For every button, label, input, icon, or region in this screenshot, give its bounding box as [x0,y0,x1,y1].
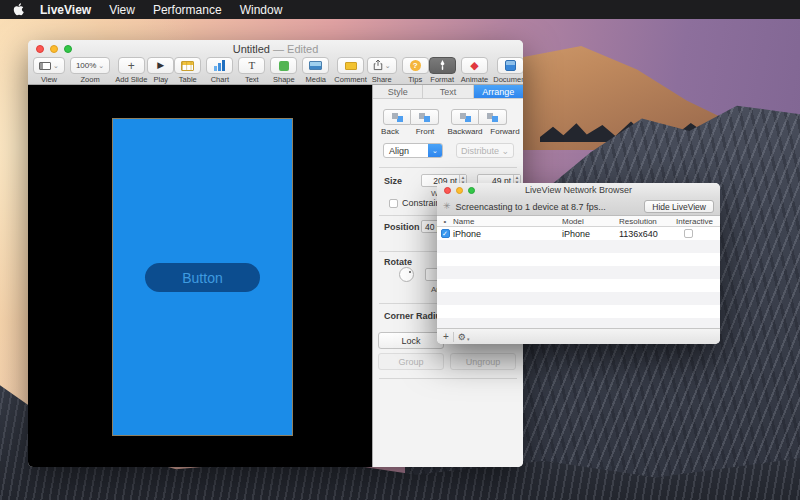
back-icon [392,113,403,122]
close-button[interactable] [444,187,451,194]
divider [379,167,517,168]
column-resolution[interactable]: Resolution [619,217,676,226]
hide-liveview-button[interactable]: Hide LiveView [644,200,714,213]
ordering-labels: Back Front Backward Forward [373,127,523,136]
divider [379,378,517,379]
play-button[interactable]: ▶ Play [147,57,174,84]
edited-badge: — Edited [273,43,318,55]
chevron-down-icon: ▾ [467,336,470,342]
table-label: Table [179,75,197,84]
device-resolution: 1136x640 [619,229,676,239]
ordering-buttons [383,109,507,125]
table-button[interactable]: Table [174,57,201,84]
menu-item-view[interactable]: View [109,3,135,17]
distribute-dropdown[interactable]: Distribute ⌄ [456,143,514,158]
column-model[interactable]: Model [562,217,619,226]
toolbar-group-play: ▶ Play [147,57,174,84]
menu-item-performance[interactable]: Performance [153,3,222,17]
column-name[interactable]: Name [453,217,562,226]
format-label: Format [430,75,454,84]
divider [453,332,454,342]
rotate-knob[interactable] [399,267,414,282]
shape-label: Shape [273,75,295,84]
backward-label: Backward [443,127,487,136]
ungroup-button[interactable]: Ungroup [450,353,516,370]
view-button[interactable]: ⌄ View [33,57,65,84]
backward-button[interactable] [451,109,479,125]
align-dropdown[interactable]: Align ⌄ [383,143,443,158]
position-section-label: Position [384,222,420,232]
tab-text[interactable]: Text [423,85,473,98]
format-button[interactable]: Format [429,57,456,84]
chart-button[interactable]: Chart [206,57,233,84]
liveview-window-controls [444,187,475,194]
backward-forward-pair [451,109,507,125]
spinner-icon: ✳ [443,202,451,211]
settings-gear-button[interactable]: ⚙ ▾ [458,332,470,342]
forward-button[interactable] [479,109,507,125]
slide-button-object[interactable]: Button [145,263,260,292]
group-button[interactable]: Group [378,353,444,370]
text-button[interactable]: T Text [238,57,265,84]
animate-button[interactable]: ◆ Animate [461,57,489,84]
column-interactive[interactable]: Interactive [676,217,720,226]
toolbar-group-share: ⌄ Share ? Tips [367,57,429,84]
window-title: Untitled — Edited [28,43,523,55]
device-model: iPhone [562,229,619,239]
media-label: Media [306,75,326,84]
toolbar-group-insert: Table Chart T Text Shape [174,57,367,84]
chevron-down-icon: ⌄ [98,62,104,69]
document-button[interactable]: Document [493,57,523,84]
document-icon [505,60,516,71]
chart-label: Chart [211,75,229,84]
minimize-button[interactable] [456,187,463,194]
device-row-iphone[interactable]: ✓ iPhone iPhone 1136x640 [437,227,720,240]
distribute-label: Distribute [461,146,499,156]
gear-icon: ⚙ [458,332,466,342]
zoom-value: 100% [76,61,96,70]
zoom-label: Zoom [80,75,99,84]
front-button[interactable] [411,109,439,125]
slide-canvas[interactable]: Button [28,85,372,467]
view-label: View [41,75,57,84]
interactive-checkbox[interactable] [684,229,693,238]
menu-item-liveview[interactable]: LiveView [40,3,91,17]
tips-label: Tips [408,75,422,84]
tips-button[interactable]: ? Tips [402,57,429,84]
animate-label: Animate [461,75,489,84]
zoom-window-button[interactable] [468,187,475,194]
forward-icon [487,113,498,122]
front-label: Front [407,127,443,136]
tab-style[interactable]: Style [373,85,423,98]
constrain-checkbox[interactable] [389,199,398,208]
backward-icon [460,113,471,122]
slide-background-shape[interactable]: Button [112,118,293,436]
chevron-down-icon: ⌄ [428,144,442,157]
share-button[interactable]: ⌄ Share [367,57,397,84]
play-icon: ▶ [157,61,164,70]
zoom-button[interactable]: 100%⌄ Zoom [70,57,110,84]
tab-arrange[interactable]: Arrange [474,85,523,98]
liveview-network-browser-window: LiveView Network Browser ✳ Screencasting… [437,183,720,344]
align-label: Align [384,144,428,157]
comment-icon [345,62,357,70]
shape-button[interactable]: Shape [270,57,297,84]
back-label: Back [373,127,407,136]
media-button[interactable]: Media [302,57,329,84]
chart-icon [214,60,225,71]
menu-item-window[interactable]: Window [240,3,283,17]
forward-label: Forward [487,127,523,136]
lock-button[interactable]: Lock [378,332,444,349]
apple-icon[interactable] [13,3,24,16]
device-enabled-checkbox[interactable]: ✓ [441,229,450,238]
text-icon: T [248,60,255,71]
format-brush-icon [437,57,448,75]
document-label: Document [493,75,523,84]
add-slide-button[interactable]: + Add Slide [115,57,147,84]
back-button[interactable] [383,109,411,125]
keynote-header: Untitled — Edited ⌄ View 100%⌄ Zoom + Ad… [28,40,523,85]
add-device-button[interactable]: + [443,331,449,342]
liveview-footer-bar: + ⚙ ▾ [437,328,720,344]
comment-label: Comment [334,75,367,84]
comment-button[interactable]: Comment [334,57,367,84]
